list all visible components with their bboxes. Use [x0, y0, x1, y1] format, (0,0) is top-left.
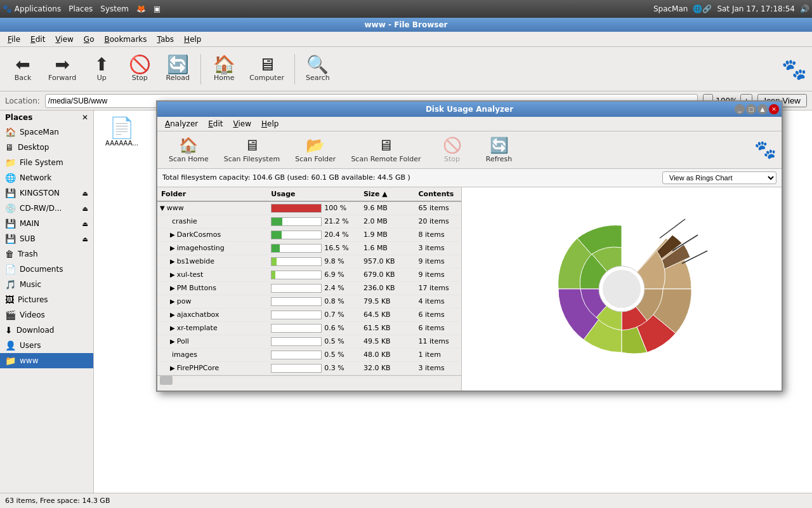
table-row[interactable]: ▶imagehosting 16.5 % 1.6 MB 3 items	[157, 241, 461, 255]
eject-icon[interactable]: ⏏	[82, 205, 88, 212]
sidebar-item-www[interactable]: 📁 www	[0, 353, 93, 368]
sidebar-item-kingston[interactable]: 💾 KINGSTON ⏏	[0, 185, 93, 201]
fb-menu-help[interactable]: Help	[179, 34, 206, 45]
dua-menu-edit[interactable]: Edit	[203, 118, 228, 130]
eject-icon[interactable]: ⏏	[82, 236, 88, 243]
home-button[interactable]: 🏠 Home	[206, 53, 242, 84]
table-row[interactable]: images 0.5 % 48.0 KB 1 item	[157, 348, 461, 361]
sidebar-item-videos[interactable]: 🎬 Videos	[0, 307, 93, 323]
sidebar-item-music[interactable]: 🎵 Music	[0, 277, 93, 292]
table-row[interactable]: ▶xr-template 0.6 % 61.5 KB 6 items	[157, 321, 461, 335]
table-row[interactable]: ▶PM Buttons 2.4 % 236.0 KB 17 items	[157, 281, 461, 295]
reload-button[interactable]: 🔄 Reload	[160, 53, 195, 84]
terminal-icon[interactable]: ▣	[154, 4, 160, 13]
usage-bar-container	[271, 204, 322, 213]
fb-menu-edit[interactable]: Edit	[25, 34, 50, 45]
app-menu[interactable]: 🐾 Applications	[3, 4, 61, 13]
fb-menubar: File Edit View Go Bookmarks Tabs Help	[0, 32, 812, 47]
dua-menu-help[interactable]: Help	[256, 118, 284, 130]
volume-icon[interactable]: 🔊	[800, 4, 809, 13]
forward-icon: ➡	[55, 56, 69, 74]
dua-close-button[interactable]: ✕	[769, 104, 779, 114]
table-row[interactable]: ▶FirePHPCore 0.3 % 32.0 KB 3 items	[157, 361, 461, 375]
expand-icon[interactable]: ▶	[170, 298, 175, 305]
col-contents[interactable]: Contents	[415, 187, 461, 201]
dua-title: Disk Usage Analyzer	[426, 105, 513, 114]
fb-menu-bookmarks[interactable]: Bookmarks	[99, 34, 152, 45]
refresh-button[interactable]: 🔄 Refresh	[477, 134, 521, 166]
sidebar-item-sub[interactable]: 💾 SUB ⏏	[0, 231, 93, 246]
cdrw-icon: 💿	[5, 203, 16, 213]
usage-bar	[272, 218, 282, 225]
dua-menu-analyzer[interactable]: Analyzer	[160, 118, 203, 130]
eject-icon[interactable]: ⏏	[82, 190, 88, 197]
expand-icon[interactable]: ▶	[170, 324, 175, 331]
sidebar-item-filesystem[interactable]: 📁 File System	[0, 155, 93, 170]
status-text: 63 items, Free space: 14.3 GB	[5, 497, 110, 505]
table-row[interactable]: ▶DarkCosmos 20.4 % 1.9 MB 8 items	[157, 228, 461, 241]
expand-icon[interactable]: ▶	[170, 338, 175, 345]
dua-maximize-button[interactable]: ▲	[757, 104, 768, 114]
fb-menu-file[interactable]: File	[3, 34, 25, 45]
table-row[interactable]: ▶xul-test 6.9 % 679.0 KB 9 items	[157, 268, 461, 281]
expand-icon[interactable]: ▶	[170, 258, 175, 265]
table-row[interactable]: ▶pow 0.8 % 79.5 KB 4 items	[157, 295, 461, 308]
expand-icon[interactable]: ▶	[170, 271, 175, 278]
col-size[interactable]: Size ▲	[360, 187, 415, 201]
sidebar-item-main[interactable]: 💾 MAIN ⏏	[0, 216, 93, 231]
back-button[interactable]: ⬅ Back	[5, 53, 41, 84]
dua-win-controls: _ □ ▲ ✕	[735, 104, 779, 114]
expand-icon[interactable]: ▶	[170, 231, 175, 238]
sidebar-item-documents[interactable]: 📄 Documents	[0, 262, 93, 277]
stop-button[interactable]: 🚫 Stop	[122, 53, 157, 84]
dua-horizontal-scrollbar[interactable]	[157, 375, 461, 385]
sidebar-item-spaceman[interactable]: 🏠 SpaceMan	[0, 124, 93, 140]
file-item[interactable]: 📄 AAAAAA...	[96, 113, 147, 149]
sidebar-item-users[interactable]: 👤 Users	[0, 338, 93, 353]
expand-icon[interactable]: ▼	[160, 204, 165, 211]
sidebar-item-cdrw[interactable]: 💿 CD-RW/D... ⏏	[0, 201, 93, 216]
fb-menu-tabs[interactable]: Tabs	[152, 34, 180, 45]
dua-minimize-button[interactable]: _	[735, 104, 745, 114]
expand-icon[interactable]: ▶	[170, 311, 175, 318]
table-row[interactable]: ▶ajaxchatbox 0.7 % 64.5 KB 6 items	[157, 308, 461, 321]
usage-cell: 6.9 %	[267, 268, 360, 281]
scan-remote-button[interactable]: 🖥 Scan Remote Folder	[344, 134, 427, 166]
fb-menu-view[interactable]: View	[50, 34, 78, 45]
table-row[interactable]: ▶Poll 0.5 % 49.5 KB 11 items	[157, 335, 461, 348]
places-menu[interactable]: Places	[69, 4, 93, 13]
file-name: AAAAAA...	[105, 140, 138, 147]
firefox-icon[interactable]: 🦊	[136, 4, 146, 13]
view-dropdown[interactable]: View as Rings Chart	[662, 171, 776, 184]
dua-menu-view[interactable]: View	[228, 118, 256, 130]
system-menu[interactable]: System	[100, 4, 129, 13]
fb-menu-go[interactable]: Go	[79, 34, 100, 45]
computer-button[interactable]: 🖥 Computer	[244, 53, 289, 84]
col-folder[interactable]: Folder	[157, 187, 267, 201]
scan-home-button[interactable]: 🏠 Scan Home	[162, 134, 215, 166]
sidebar-close-icon[interactable]: ✕	[82, 113, 88, 122]
sidebar-item-pictures[interactable]: 🖼 Pictures	[0, 292, 93, 307]
scan-folder-button[interactable]: 📂 Scan Folder	[289, 134, 342, 166]
table-row[interactable]: crashie 21.2 % 2.0 MB 20 items	[157, 215, 461, 228]
sidebar-item-download[interactable]: ⬇ Download	[0, 323, 93, 338]
sidebar-item-network[interactable]: 🌐 Network	[0, 170, 93, 185]
up-button[interactable]: ⬆ Up	[84, 53, 119, 84]
eject-icon[interactable]: ⏏	[82, 220, 88, 227]
dua-restore-button[interactable]: □	[746, 104, 756, 114]
search-button[interactable]: 🔍 Search	[300, 53, 336, 84]
expand-icon[interactable]: ▶	[170, 244, 175, 251]
sidebar-item-desktop[interactable]: 🖥 Desktop	[0, 140, 93, 155]
col-usage[interactable]: Usage	[267, 187, 360, 201]
dua-table-area[interactable]: Folder Usage Size ▲ Contents ▼www 100	[157, 187, 462, 391]
table-row[interactable]: ▶bs1webide 9.8 % 957.0 KB 9 items	[157, 255, 461, 268]
expand-icon[interactable]: ▶	[170, 364, 175, 371]
table-row[interactable]: ▼www 100 % 9.6 MB 65 items	[157, 201, 461, 215]
scan-filesystem-button[interactable]: 🖥 Scan Filesystem	[218, 134, 286, 166]
forward-button[interactable]: ➡ Forward	[43, 53, 81, 84]
desktop-icon: 🖥	[5, 142, 14, 152]
usage-bar	[272, 338, 272, 345]
expand-icon[interactable]: ▶	[170, 284, 175, 291]
size-cell: 957.0 KB	[360, 255, 415, 268]
sidebar-item-trash[interactable]: 🗑 Trash	[0, 246, 93, 262]
